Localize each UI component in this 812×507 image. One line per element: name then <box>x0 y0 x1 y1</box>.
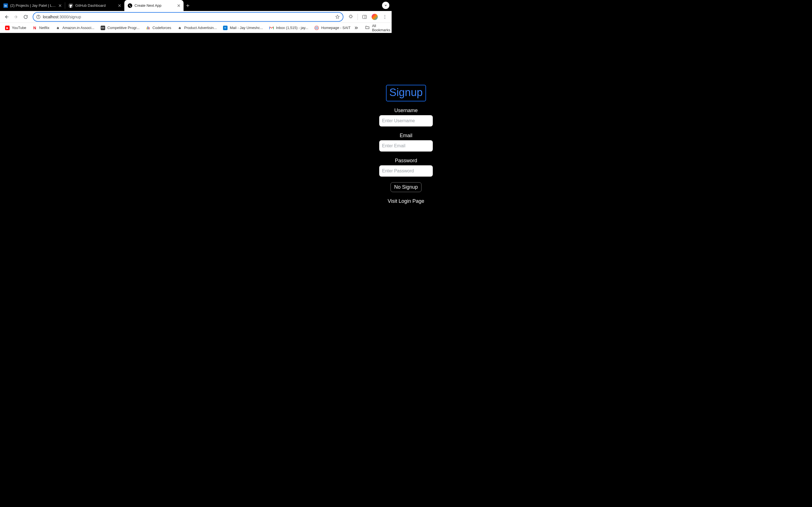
password-group: Password <box>379 158 392 177</box>
browser-tab-active[interactable]: Create Next App <box>124 0 184 11</box>
bookmark-youtube[interactable]: ▶ YouTube <box>2 24 29 32</box>
bookmarks-bar: ▶ YouTube N Netflix a Amazon.in Associ..… <box>0 23 392 33</box>
svg-rect-7 <box>363 15 366 18</box>
codechef-icon: CC <box>101 25 105 30</box>
tab-search-button[interactable] <box>382 2 389 9</box>
bookmark-gmail[interactable]: Inbox (1,515) - jay... <box>266 24 311 32</box>
url-text: localhost:3000/signup <box>43 15 81 19</box>
browser-toolbar: localhost:3000/signup <box>0 11 392 23</box>
bookmark-codeforces[interactable]: Codeforces <box>143 24 174 32</box>
email-group: Email <box>379 133 392 152</box>
site-info-icon[interactable] <box>36 15 41 19</box>
github-icon <box>68 3 73 8</box>
amazon-icon: a <box>177 25 182 30</box>
bookmark-amazon-assoc[interactable]: a Amazon.in Associ... <box>53 24 97 32</box>
page-title: Signup <box>386 85 392 101</box>
svg-point-6 <box>38 15 39 16</box>
extensions-icon[interactable] <box>346 12 355 21</box>
youtube-icon: ▶ <box>5 25 10 30</box>
svg-rect-12 <box>146 27 147 29</box>
tab-title: Create Next App <box>135 3 174 8</box>
close-icon[interactable] <box>177 4 181 8</box>
amazon-icon: a <box>56 25 60 30</box>
side-panel-icon[interactable] <box>360 12 369 21</box>
bookmarks-overflow-button[interactable] <box>354 24 358 32</box>
sait-icon <box>314 25 319 30</box>
close-icon[interactable] <box>58 4 62 8</box>
svg-point-10 <box>385 16 385 17</box>
svg-point-11 <box>385 18 385 18</box>
back-button[interactable] <box>2 13 11 21</box>
page-content: Signup Username Email Password No Signup… <box>0 33 392 244</box>
kebab-menu-icon[interactable] <box>380 12 389 21</box>
browser-tabstrip: in (2) Projects | Jay Patel | Linke GitH… <box>0 0 392 11</box>
bookmark-outlook[interactable]: O Mail - Jay Umeshc... <box>220 24 266 32</box>
toolbar-separator <box>357 14 358 20</box>
tab-title: (2) Projects | Jay Patel | Linke <box>10 3 56 8</box>
username-group: Username <box>379 108 392 126</box>
outlook-icon: O <box>223 25 227 30</box>
bookmark-competitive-prog[interactable]: CC Competitive Progr... <box>98 24 142 32</box>
password-input[interactable] <box>379 165 392 177</box>
bookmark-netflix[interactable]: N Netflix <box>30 24 52 32</box>
bookmark-sait[interactable]: Homepage - SAIT <box>312 24 353 32</box>
forward-button[interactable] <box>12 13 20 21</box>
svg-text:in: in <box>4 4 7 7</box>
svg-point-9 <box>385 15 385 15</box>
nextjs-icon <box>128 3 132 8</box>
tab-title: GitHub Dashboard <box>75 3 115 8</box>
email-input[interactable] <box>379 140 392 152</box>
svg-rect-14 <box>149 27 149 29</box>
bookmark-product-advertising[interactable]: a Product Advertisin... <box>174 24 220 32</box>
svg-rect-13 <box>147 26 148 29</box>
signup-button[interactable]: No Signup <box>391 182 392 192</box>
close-icon[interactable] <box>117 4 121 8</box>
profile-avatar[interactable] <box>370 12 379 21</box>
browser-tab-linkedin[interactable]: in (2) Projects | Jay Patel | Linke <box>0 0 65 11</box>
bookmark-star-icon[interactable] <box>335 14 340 19</box>
netflix-icon: N <box>33 25 37 30</box>
codeforces-icon <box>146 25 150 30</box>
new-tab-button[interactable] <box>184 0 192 11</box>
address-bar[interactable]: localhost:3000/signup <box>33 12 343 22</box>
folder-icon <box>365 25 370 31</box>
reload-button[interactable] <box>21 13 30 21</box>
login-link[interactable]: Visit Login Page <box>388 198 392 204</box>
browser-tab-github[interactable]: GitHub Dashboard <box>65 0 124 11</box>
svg-point-17 <box>316 27 317 28</box>
gmail-icon <box>269 25 274 30</box>
all-bookmarks-button[interactable]: All Bookmarks <box>363 24 392 32</box>
username-input[interactable] <box>379 115 392 126</box>
linkedin-icon: in <box>3 3 8 8</box>
